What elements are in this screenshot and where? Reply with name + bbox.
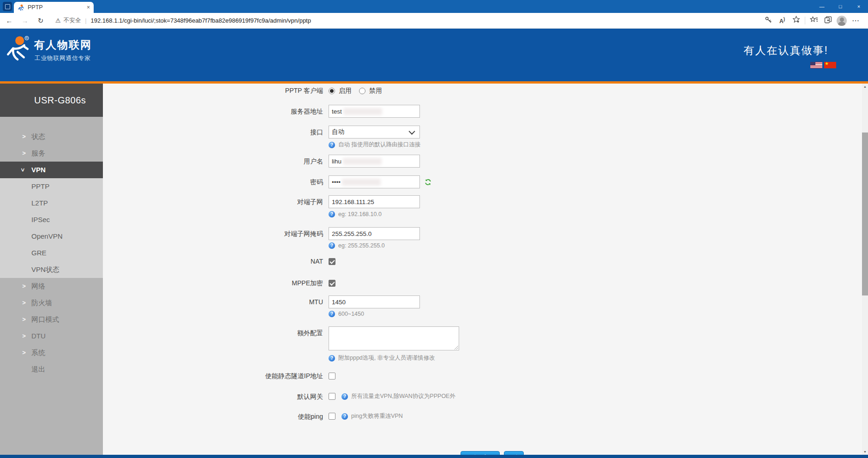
- extra-config-textarea[interactable]: [329, 326, 459, 350]
- sidebar-item-dtu[interactable]: >DTU: [0, 328, 103, 344]
- sidebar-item-openvpn[interactable]: OpenVPN: [0, 228, 103, 245]
- mppe-checkbox[interactable]: [329, 280, 335, 287]
- back-icon[interactable]: ←: [5, 17, 14, 24]
- sidebar-item-vpn-status[interactable]: VPN状态: [0, 261, 103, 278]
- input-value: 1450: [332, 299, 346, 306]
- server-address-input[interactable]: test: [329, 105, 420, 118]
- field-label: 默认网关: [103, 393, 323, 400]
- not-secure-label[interactable]: 不安全: [64, 17, 81, 24]
- field-label: 使能静态隧道IP地址: [103, 372, 323, 380]
- sidebar-item-gre[interactable]: GRE: [0, 245, 103, 261]
- scrollbar-thumb[interactable]: [862, 133, 868, 295]
- redaction-blur: [343, 108, 382, 115]
- selected-option: 自动: [332, 128, 344, 136]
- tab-actions-icon[interactable]: [3, 2, 12, 11]
- add-favorite-icon[interactable]: [789, 16, 803, 25]
- help-mtu: ? 600~1450: [329, 311, 364, 317]
- english-flag-icon[interactable]: [810, 62, 822, 68]
- default-gateway-checkbox[interactable]: [329, 393, 335, 400]
- chevron-right-icon: >: [21, 328, 27, 344]
- toggle-password-icon[interactable]: [425, 179, 431, 186]
- browser-tab[interactable]: PPTP ×: [14, 2, 94, 13]
- favorites-bar-icon[interactable]: [807, 16, 821, 25]
- toolbar-right-icons: A) ⋯: [761, 16, 862, 26]
- sidebar-item-network[interactable]: >网络: [0, 278, 103, 295]
- nat-checkbox[interactable]: [329, 258, 335, 265]
- enable-ping-checkbox[interactable]: [329, 413, 335, 420]
- static-tunnel-ip-checkbox[interactable]: [329, 373, 335, 380]
- username-input[interactable]: lihu: [329, 155, 420, 168]
- form-row-interface: 接口 自动: [103, 126, 862, 139]
- field-label: MTU: [103, 295, 323, 308]
- help-extra-config: ? 附加pppd选项, 非专业人员请谨慎修改: [329, 354, 435, 362]
- mtu-input[interactable]: 1450: [329, 295, 420, 308]
- radio-enable[interactable]: [329, 88, 335, 94]
- tab-title: PPTP: [28, 4, 87, 11]
- radio-disable[interactable]: [359, 88, 365, 94]
- site-favicon: [18, 4, 24, 11]
- form-row-peer-subnet: 对端子网 192.168.111.25: [103, 195, 862, 208]
- header-slogan: 有人在认真做事!: [744, 43, 828, 58]
- brand-tagline: 工业物联网通信专家: [35, 54, 91, 62]
- profile-avatar[interactable]: [837, 16, 847, 26]
- sidebar-menu: >状态 >服务 >VPN PPTP L2TP IPSec OpenVPN GRE…: [0, 117, 103, 378]
- sidebar-item-port-mode[interactable]: >网口模式: [0, 311, 103, 328]
- settings-more-icon[interactable]: ⋯: [849, 16, 862, 25]
- chevron-down-icon: >: [14, 167, 31, 173]
- redaction-blur: [342, 179, 381, 186]
- help-text: ping失败将重连VPN: [351, 412, 403, 420]
- form-row-static-tunnel-ip: 使能静态隧道IP地址: [103, 372, 862, 380]
- window-minimize-button[interactable]: —: [813, 0, 831, 13]
- input-value: 255.255.255.0: [332, 230, 371, 237]
- refresh-icon[interactable]: ↻: [36, 17, 45, 25]
- url-text[interactable]: 192.168.1.1/cgi-bin/luci/;stok=7348f96ea…: [91, 17, 311, 24]
- page-scrollbar[interactable]: ▲ ▼: [862, 84, 868, 455]
- sidebar-item-ipsec[interactable]: IPSec: [0, 211, 103, 228]
- address-divider: |: [85, 17, 86, 24]
- input-value: ••••: [332, 179, 341, 186]
- usr-logo: R: [5, 35, 31, 64]
- form-row-pptp-client: PPTP 客户端 启用 禁用: [103, 87, 862, 95]
- field-label: 接口: [103, 126, 323, 139]
- scroll-up-arrow-icon[interactable]: ▲: [862, 85, 868, 88]
- not-secure-warning-icon: ⚠: [55, 17, 61, 24]
- password-key-icon[interactable]: [761, 16, 775, 25]
- help-text: eg: 255.255.255.0: [338, 242, 385, 249]
- input-value: test: [332, 108, 342, 115]
- sidebar-item-services[interactable]: >服务: [0, 145, 103, 162]
- sidebar-item-vpn[interactable]: >VPN: [0, 162, 103, 178]
- sidebar-item-logout[interactable]: 退出: [0, 361, 103, 378]
- field-label: 对端子网掩码: [103, 227, 323, 240]
- collections-icon[interactable]: [821, 16, 835, 25]
- field-label: PPTP 客户端: [103, 87, 323, 95]
- address-bar[interactable]: ⚠ 不安全 | 192.168.1.1/cgi-bin/luci/;stok=7…: [55, 17, 311, 24]
- peer-mask-input[interactable]: 255.255.255.0: [329, 227, 420, 240]
- tab-close-icon[interactable]: ×: [87, 2, 90, 13]
- sidebar-item-system[interactable]: >系统: [0, 344, 103, 361]
- window-close-button[interactable]: ×: [850, 0, 868, 13]
- sidebar-item-status[interactable]: >状态: [0, 128, 103, 145]
- password-input[interactable]: ••••: [329, 175, 420, 188]
- window-maximize-button[interactable]: □: [831, 0, 850, 13]
- resize-grip[interactable]: [454, 345, 458, 350]
- svg-text:R: R: [26, 36, 28, 40]
- scroll-down-arrow-icon[interactable]: ▼: [862, 450, 868, 453]
- peer-subnet-input[interactable]: 192.168.111.25: [329, 195, 420, 208]
- radio-label-enable[interactable]: 启用: [339, 87, 352, 95]
- window-controls: — □ ×: [813, 0, 868, 13]
- help-icon: ?: [341, 413, 348, 420]
- sidebar-item-firewall[interactable]: >防火墙: [0, 295, 103, 311]
- help-text: 自动 指使用的默认路由接口连接: [338, 141, 420, 149]
- new-tab-button[interactable]: [97, 1, 109, 12]
- browser-toolbar: ← → ↻ ⚠ 不安全 | 192.168.1.1/cgi-bin/luci/;…: [0, 13, 868, 29]
- sidebar-item-l2tp[interactable]: L2TP: [0, 195, 103, 211]
- help-icon: ?: [329, 142, 335, 148]
- sidebar-item-pptp[interactable]: PPTP: [0, 178, 103, 195]
- sidebar: USR-G806s >状态 >服务 >VPN PPTP L2TP IPSec O…: [0, 84, 103, 458]
- interface-select[interactable]: 自动: [329, 126, 420, 139]
- form-row-server-address: 服务器地址 test: [103, 105, 862, 118]
- help-text: eg: 192.168.10.0: [338, 211, 382, 217]
- radio-label-disable[interactable]: 禁用: [369, 87, 382, 95]
- read-aloud-icon[interactable]: A): [775, 17, 789, 24]
- chinese-flag-icon[interactable]: ★: [824, 62, 836, 68]
